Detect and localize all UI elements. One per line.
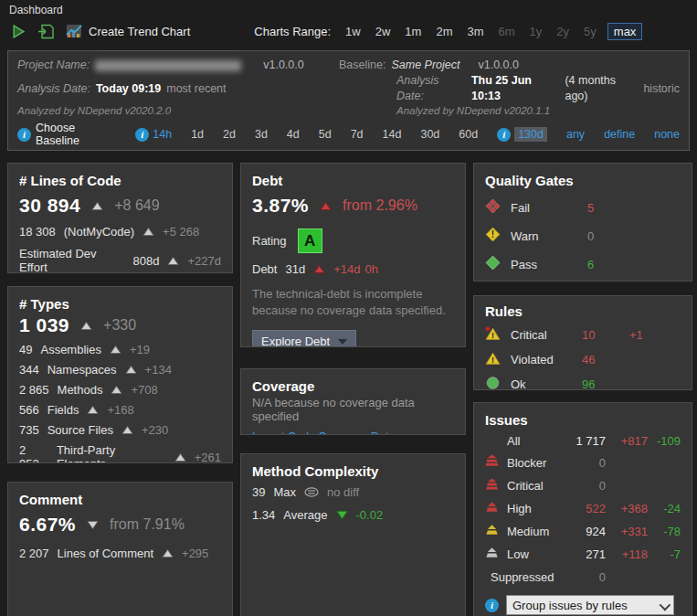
critical-rule-icon: !	[485, 326, 501, 341]
explore-debt-button[interactable]: Explore Debt	[252, 330, 356, 347]
create-trend-chart-button[interactable]: Create Trend Chart	[64, 22, 192, 40]
baseline-option-14d[interactable]: 14d	[383, 128, 402, 141]
stat-label: Source Files	[48, 423, 113, 437]
run-analysis-button[interactable]	[9, 22, 28, 41]
info-icon[interactable]	[17, 128, 31, 142]
stat-diff: +261	[195, 451, 221, 464]
issues-count: 0	[565, 479, 606, 493]
svg-text:!: !	[491, 356, 494, 365]
rules-title: Rules	[485, 303, 681, 319]
export-report-button[interactable]	[36, 22, 57, 41]
explore-debt-label: Explore Debt	[261, 335, 330, 347]
choose-baseline-label: Choose Baseline	[36, 122, 111, 147]
info-icon[interactable]	[497, 128, 511, 142]
rule-label: Critical	[511, 328, 582, 342]
severity-blocker-icon	[485, 454, 499, 468]
column-left: # Lines of Code 30 894 +8 649 18 308 (No…	[7, 163, 233, 616]
baseline-option-2d[interactable]: 2d	[223, 128, 236, 141]
suppressed-count: 0	[565, 570, 606, 584]
group-issues-select[interactable]: Group issues by rules	[506, 595, 674, 615]
avg-value: 1.34	[252, 508, 275, 522]
avg-label: Average	[283, 508, 327, 522]
range-2y: 2y	[556, 25, 569, 38]
severity-low-icon	[485, 546, 499, 559]
report-page-icon	[37, 24, 55, 39]
stat-label: Estimated Dev Effort	[19, 247, 125, 273]
rule-count: 96	[582, 377, 629, 390]
quality-gates-panel: Quality Gates Fail 5 !	[473, 163, 692, 281]
lines-of-code-value: 30 894	[19, 195, 80, 217]
rule-diff: +1	[629, 328, 666, 342]
page-title: Dashboard	[0, 0, 697, 17]
issues-row-label: Low	[507, 547, 565, 561]
pass-icon	[485, 255, 501, 271]
baseline-option-14h[interactable]: 14h	[153, 128, 172, 141]
range-1w[interactable]: 1w	[345, 25, 361, 38]
baseline-chooser: Choose Baseline 14h 1d 2d 3d 4d 5d 7d 14…	[17, 124, 680, 144]
range-3m[interactable]: 3m	[467, 25, 483, 38]
issues-count: 924	[565, 525, 606, 538]
types-panel: # Types 1 039 +330 49 Assemblies +19 344…	[7, 286, 233, 463]
range-2m[interactable]: 2m	[436, 25, 452, 38]
max-label: Max	[273, 485, 296, 499]
baseline-option-define[interactable]: define	[604, 128, 635, 141]
ok-rule-icon	[485, 376, 501, 390]
quality-gates-title: Quality Gates	[485, 173, 681, 188]
debt-value: 3.87%	[252, 195, 309, 217]
range-2w[interactable]: 2w	[375, 25, 391, 38]
fail-icon	[485, 198, 501, 214]
method-complexity-panel: Method Complexity 39 Max no diff 1.34 Av…	[240, 453, 466, 616]
debt-diff: from 2.96%	[343, 197, 417, 214]
stat-value: 18 308	[19, 225, 56, 239]
toolbar: Create Trend Chart Charts Range: 1w 2w 1…	[0, 17, 697, 45]
types-value: 1 039	[19, 314, 69, 336]
baseline-analysis-date: Thu 25 Jun 10:13	[471, 73, 559, 104]
debt-title: Debt	[252, 173, 454, 188]
baseline-option-60d[interactable]: 60d	[459, 128, 478, 141]
baseline-option-any[interactable]: any	[566, 128, 585, 141]
info-icon[interactable]	[135, 128, 149, 142]
rule-label: Violated	[511, 353, 582, 366]
up-triangle-red-icon	[313, 264, 325, 274]
baseline-option-30d[interactable]: 30d	[420, 128, 439, 141]
baseline-option-7d[interactable]: 7d	[351, 128, 364, 141]
stat-diff: +708	[131, 383, 157, 397]
stat-value: 808d	[133, 254, 160, 268]
violated-rule-icon: !	[485, 351, 501, 366]
baseline-option-4d[interactable]: 4d	[287, 128, 300, 141]
baseline-option-1d[interactable]: 1d	[191, 128, 204, 141]
stat-diff: +134	[145, 363, 172, 377]
stat-value: 2 865	[19, 383, 49, 397]
baseline-option-3d[interactable]: 3d	[255, 128, 268, 141]
quality-gate-label: Fail	[511, 201, 587, 215]
up-triangle-icon	[87, 405, 99, 415]
issues-title: Issues	[485, 412, 681, 428]
group-issues-select-wrap: Group issues by rules	[506, 595, 674, 615]
issues-minus: -7	[648, 547, 681, 561]
baseline-analysis-ago: (4 months ago)	[565, 73, 638, 104]
stat-diff: +230	[142, 423, 168, 437]
range-1m[interactable]: 1m	[405, 25, 421, 38]
baseline-value: Same Project	[391, 58, 459, 73]
up-triangle-icon	[91, 201, 103, 211]
range-max[interactable]: max	[607, 23, 643, 40]
issues-row-label: All	[507, 434, 565, 448]
issues-count: 1 717	[565, 434, 606, 448]
info-icon[interactable]	[485, 599, 499, 612]
up-triangle-icon	[125, 365, 137, 375]
issues-plus: +817	[606, 434, 648, 448]
comment-title: Comment	[19, 492, 221, 507]
svg-text:!: !	[491, 331, 494, 340]
baseline-version: v1.0.0.0	[478, 58, 518, 73]
debt-days-diff: +14d	[333, 262, 360, 276]
project-info-panel: Project Name: v1.0.0.0 Baseline: Same Pr…	[7, 50, 690, 151]
baseline-option-none[interactable]: none	[654, 128, 680, 141]
quality-gate-count: 0	[587, 229, 615, 243]
import-coverage-link[interactable]: Import Code Coverage Data	[252, 430, 395, 435]
avg-diff: -0.02	[356, 508, 384, 522]
issues-plus: +118	[606, 547, 648, 561]
baseline-option-5d[interactable]: 5d	[319, 128, 332, 141]
issues-panel: Issues All 1 717 +817 -109 Blocker 0	[473, 402, 692, 616]
baseline-option-130d[interactable]: 130d	[514, 127, 547, 142]
method-complexity-title: Method Complexity	[252, 463, 454, 479]
